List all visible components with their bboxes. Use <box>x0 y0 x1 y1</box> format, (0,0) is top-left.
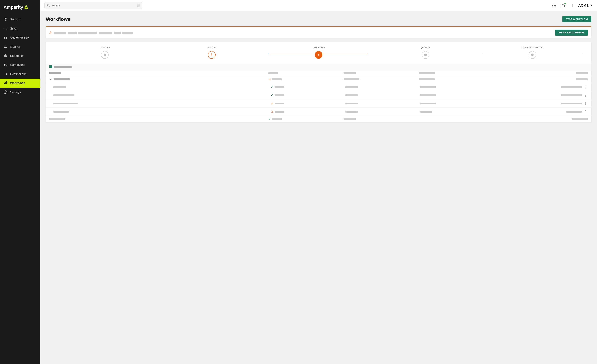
subrow-3-queries <box>346 103 420 104</box>
svg-point-4 <box>6 29 7 30</box>
orchestrations-dot <box>531 54 534 56</box>
row-menu-icon[interactable]: ⋮ <box>583 109 588 114</box>
table-sub-row[interactable]: ✓ ⋮ <box>46 91 591 99</box>
table-row[interactable]: ▼ ⚠ <box>46 76 591 83</box>
svg-point-13 <box>5 65 6 65</box>
stage-databases-label: DATABASES <box>312 47 325 48</box>
row-2-queries <box>344 79 419 80</box>
svg-line-12 <box>6 55 6 55</box>
sidebar-item-sources[interactable]: Sources <box>0 15 40 24</box>
stage-stitch-node[interactable]: ! <box>208 51 216 59</box>
svg-rect-16 <box>6 82 7 83</box>
stop-workflow-button[interactable]: STOP WORKFLOW <box>562 16 591 22</box>
pipeline-stage-queries: QUERIES <box>372 47 479 59</box>
sidebar-item-customer360[interactable]: Customer 360 <box>0 33 40 42</box>
sidebar-nav: Sources Stitch C <box>0 15 40 364</box>
search-slash: / <box>137 4 140 7</box>
subrow-3-right: ⋮ <box>495 101 588 106</box>
sidebar-item-queries[interactable]: Queries <box>0 42 40 51</box>
row-3-name-bar <box>49 118 65 120</box>
row-3-ok-icon: ✓ <box>268 118 271 121</box>
subrow-2-orch-bar <box>420 94 436 96</box>
row-2-orch <box>419 79 494 80</box>
svg-point-0 <box>5 18 7 20</box>
sidebar-item-settings[interactable]: Settings <box>0 88 40 97</box>
sidebar-item-workflows-label: Workflows <box>10 81 25 85</box>
subrow-3-right-bar <box>561 103 582 104</box>
row-3-db-bar <box>272 118 282 120</box>
stage-queries-node[interactable] <box>422 51 429 59</box>
row-2-queries-bar <box>344 79 359 80</box>
workflows-icon <box>3 81 8 85</box>
row-2-name-bar <box>54 79 70 80</box>
svg-rect-26 <box>562 5 565 5</box>
alert-bar-6 <box>122 32 133 34</box>
table-row[interactable] <box>46 70 591 76</box>
select-all-checkbox[interactable]: ✓ <box>49 65 52 68</box>
row-menu-icon[interactable]: ⋮ <box>583 85 588 89</box>
subrow-3-orch <box>420 103 495 104</box>
row-3-name <box>49 118 268 120</box>
alert-bar-2 <box>68 32 77 34</box>
row-2-db-bar <box>272 79 282 80</box>
subrow-1-queries <box>346 86 420 88</box>
pipeline-diagram: SOURCES STITCH ! DATABASES <box>51 47 586 59</box>
subrow-1-ok-icon: ✓ <box>271 85 273 88</box>
more-options-icon[interactable] <box>569 3 575 8</box>
customer360-icon <box>3 36 8 40</box>
subrow-1-right-bar <box>561 86 582 88</box>
stage-sources-node[interactable] <box>101 51 109 59</box>
help-icon[interactable]: ? <box>551 3 557 8</box>
svg-point-27 <box>572 4 573 5</box>
queries-icon <box>3 45 8 49</box>
sidebar-item-queries-label: Queries <box>10 45 21 48</box>
table-sub-row[interactable]: ⚠ ⋮ <box>46 99 591 108</box>
search-input[interactable] <box>52 4 135 7</box>
svg-point-28 <box>572 5 573 6</box>
row-3-right <box>494 118 588 120</box>
subrow-3-orch-bar <box>420 103 436 104</box>
row-menu-icon[interactable]: ⋮ <box>583 93 588 97</box>
table-sub-row[interactable]: ✓ ⋮ <box>46 83 591 91</box>
sidebar: Amperity & Sources <box>0 0 40 364</box>
row-2-warn-icon: ⚠ <box>268 78 271 81</box>
table-sub-row[interactable]: ⚠ ⋮ <box>46 108 591 116</box>
row-1-db <box>268 72 344 74</box>
show-resolutions-button[interactable]: SHOW RESOLUTIONS <box>555 30 588 36</box>
sidebar-item-workflows[interactable]: Workflows <box>0 79 40 88</box>
sidebar-item-segments[interactable]: Segments <box>0 51 40 60</box>
subrow-2-queries <box>346 94 420 96</box>
row-menu-icon[interactable]: ⋮ <box>583 101 588 106</box>
alert-banner: ⚠ SHOW RESOLUTIONS <box>46 26 591 38</box>
alert-text <box>54 32 133 34</box>
row-1-right-bar <box>576 72 588 74</box>
sidebar-item-stitch[interactable]: Stitch <box>0 24 40 33</box>
stage-orchestrations-node[interactable] <box>528 51 536 59</box>
svg-point-7 <box>4 37 7 38</box>
subrow-4-warn-icon: ⚠ <box>271 110 273 113</box>
alert-content: ⚠ <box>49 31 133 35</box>
tenant-selector[interactable]: ACME <box>578 3 593 8</box>
row-2-db: ⚠ <box>268 78 344 81</box>
table-row[interactable]: ✓ <box>46 116 591 122</box>
chevron-down-icon <box>590 3 593 8</box>
subrow-4-queries <box>346 111 420 113</box>
page-title: Workflows <box>46 16 71 22</box>
search-box[interactable]: / <box>44 2 142 9</box>
svg-line-21 <box>49 6 50 7</box>
stage-databases-node[interactable]: ● <box>315 51 322 59</box>
stage-stitch-label: STITCH <box>208 47 216 48</box>
row-1-queries-bar <box>344 72 356 74</box>
subrow-4-right: ⋮ <box>495 109 588 114</box>
sidebar-item-destinations[interactable]: Destinations <box>0 70 40 79</box>
expand-chevron-icon[interactable]: ▼ <box>49 78 52 81</box>
sidebar-item-campaigns[interactable]: Campaigns <box>0 60 40 70</box>
gift-icon[interactable] <box>560 3 566 8</box>
svg-point-29 <box>572 6 573 7</box>
row-3-db: ✓ <box>268 118 344 121</box>
subrow-2-orch <box>420 94 495 96</box>
subrow-2-right: ⋮ <box>495 93 588 97</box>
svg-point-2 <box>4 28 5 29</box>
subrow-2-name <box>54 94 271 96</box>
subrow-1-right: ⋮ <box>495 85 588 89</box>
